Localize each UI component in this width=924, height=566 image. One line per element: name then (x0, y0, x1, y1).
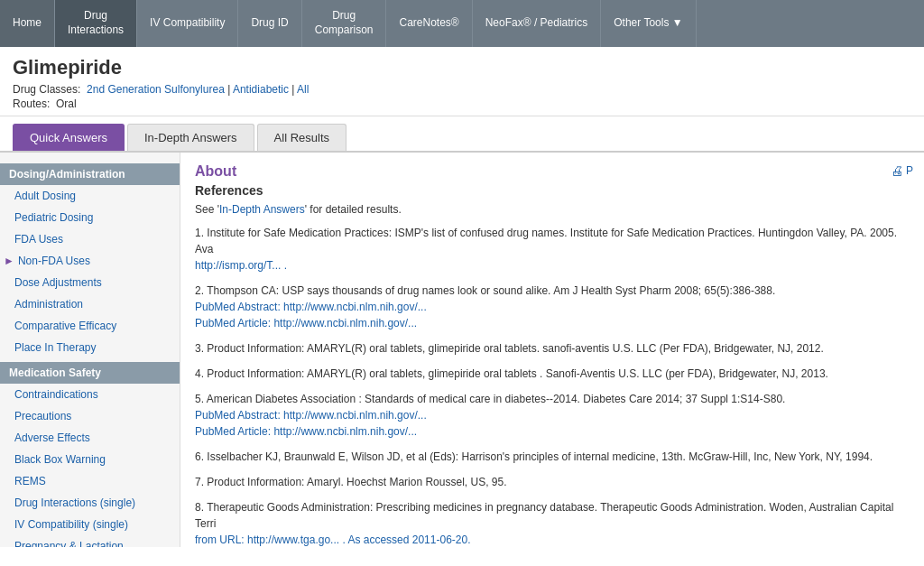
drug-class-sulfonylurea-link[interactable]: 2nd Generation Sulfonylurea (87, 83, 225, 96)
sidebar-item-adult-dosing[interactable]: Adult Dosing (0, 185, 180, 207)
content-subtitle: References (195, 183, 910, 198)
sidebar-item-place-in-therapy[interactable]: Place In Therapy (0, 337, 180, 358)
content-area: 🖨 P About References See 'In-Depth Answe… (180, 153, 924, 547)
nav-drug-comparison[interactable]: DrugComparison (302, 0, 387, 47)
ref5-pubmed-article-link[interactable]: PubMed Article: http://www.ncbi.nlm.nih.… (195, 423, 910, 440)
tab-all-results[interactable]: All Results (257, 124, 346, 151)
reference-3: 3. Product Information: AMARYL(R) oral t… (195, 340, 910, 357)
sidebar-section-medication-safety: Medication Safety (0, 362, 180, 384)
ref1-link[interactable]: http://ismp.org/T... . (195, 257, 910, 274)
tab-quick-answers[interactable]: Quick Answers (13, 124, 125, 151)
drug-routes: Routes: Oral (13, 97, 911, 110)
nav-other-tools[interactable]: Other Tools ▼ (601, 0, 696, 47)
sidebar-item-non-fda-uses[interactable]: ► Non-FDA Uses (0, 250, 180, 272)
reference-7: 7. Product Information: Amaryl. Hoechst … (195, 474, 910, 490)
tab-in-depth-answers[interactable]: In-Depth Answers (127, 124, 254, 151)
nav-drug-id[interactable]: Drug ID (238, 0, 301, 47)
nav-carenotes[interactable]: CareNotes® (386, 0, 472, 47)
sidebar-item-comparative-efficacy[interactable]: Comparative Efficacy (0, 315, 180, 337)
sidebar-item-rems[interactable]: REMS (0, 470, 180, 492)
reference-1: 1. Institute for Safe Medication Practic… (195, 225, 910, 274)
ref5-pubmed-abstract-link[interactable]: PubMed Abstract: http://www.ncbi.nlm.nih… (195, 407, 910, 423)
drug-classes: Drug Classes: 2nd Generation Sulfonylure… (13, 83, 911, 96)
sidebar-item-dose-adjustments[interactable]: Dose Adjustments (0, 272, 180, 293)
page-header: Glimepiride Drug Classes: 2nd Generation… (0, 47, 924, 116)
sidebar-item-iv-compatibility-single[interactable]: IV Compatibility (single) (0, 514, 180, 535)
ref8-tga-link[interactable]: from URL: http://www.tga.go... . As acce… (195, 532, 910, 547)
sidebar: Dosing/Administration Adult Dosing Pedia… (0, 153, 180, 547)
sidebar-item-adverse-effects[interactable]: Adverse Effects (0, 427, 180, 449)
in-depth-answers-link[interactable]: In-Depth Answers (219, 203, 305, 216)
see-note: See 'In-Depth Answers' for detailed resu… (195, 203, 910, 216)
ref2-pubmed-abstract-link[interactable]: PubMed Abstract: http://www.ncbi.nlm.nih… (195, 299, 910, 315)
top-nav: Home DrugInteractions IV Compatibility D… (0, 0, 924, 47)
sidebar-item-precautions[interactable]: Precautions (0, 405, 180, 427)
sidebar-item-administration[interactable]: Administration (0, 293, 180, 315)
print-button[interactable]: 🖨 P (891, 163, 913, 178)
tabs-bar: Quick Answers In-Depth Answers All Resul… (0, 116, 924, 153)
reference-8: 8. Therapeutic Goods Administration: Pre… (195, 499, 910, 547)
reference-6: 6. Isselbacher KJ, Braunwald E, Wilson J… (195, 449, 910, 465)
sidebar-item-contraindications[interactable]: Contraindications (0, 384, 180, 405)
drug-title: Glimepiride (13, 56, 911, 79)
reference-2: 2. Thompson CA: USP says thousands of dr… (195, 283, 910, 331)
nav-home[interactable]: Home (0, 0, 55, 47)
dropdown-arrow-icon: ▼ (672, 16, 683, 29)
sidebar-item-fda-uses[interactable]: FDA Uses (0, 228, 180, 250)
sidebar-item-black-box-warning[interactable]: Black Box Warning (0, 449, 180, 470)
drug-class-all-link[interactable]: All (297, 83, 309, 96)
sidebar-item-pregnancy-lactation[interactable]: Pregnancy & Lactation (0, 535, 180, 547)
sidebar-arrow-icon: ► (4, 255, 14, 267)
drug-class-antidiabetic-link[interactable]: Antidiabetic (233, 83, 289, 96)
nav-drug-interactions[interactable]: DrugInteractions (55, 0, 137, 47)
sidebar-item-pediatric-dosing[interactable]: Pediatric Dosing (0, 207, 180, 228)
nav-iv-compatibility[interactable]: IV Compatibility (137, 0, 238, 47)
nav-neofax[interactable]: NeoFax® / Pediatrics (473, 0, 602, 47)
main-layout: Dosing/Administration Adult Dosing Pedia… (0, 153, 924, 547)
content-section-title: About (195, 163, 910, 180)
sidebar-section-dosing: Dosing/Administration (0, 163, 180, 185)
sidebar-item-drug-interactions-single[interactable]: Drug Interactions (single) (0, 492, 180, 514)
ref2-pubmed-article-link[interactable]: PubMed Article: http://www.ncbi.nlm.nih.… (195, 315, 910, 331)
reference-5: 5. American Diabetes Association : Stand… (195, 391, 910, 440)
printer-icon: 🖨 (891, 163, 903, 178)
reference-4: 4. Product Information: AMARYL(R) oral t… (195, 366, 910, 382)
